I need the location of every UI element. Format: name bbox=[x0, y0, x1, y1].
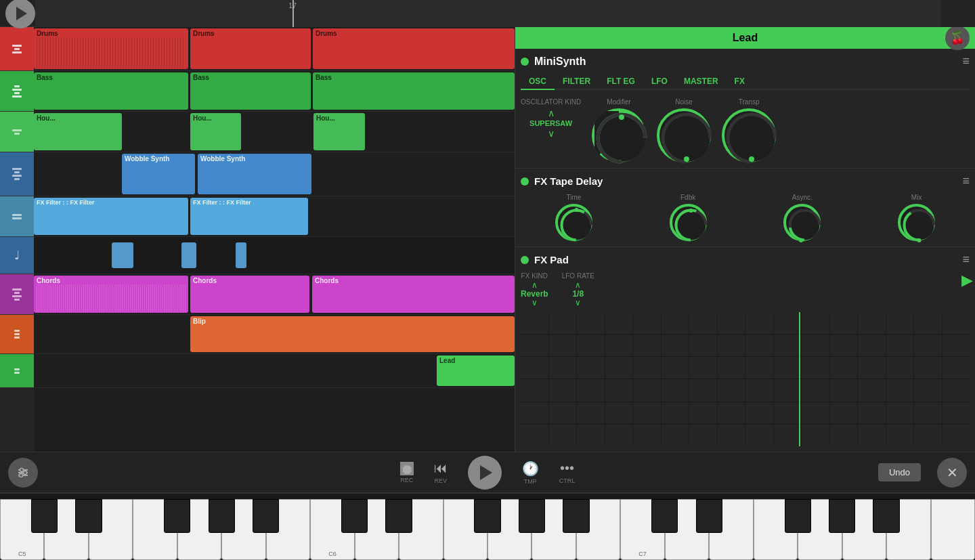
fx-pad-cell-3-10[interactable] bbox=[802, 379, 829, 401]
track-control-bass[interactable] bbox=[0, 71, 34, 112]
fdbk-knob[interactable]: 55 bbox=[670, 204, 707, 241]
lfo-rate-chevron-up[interactable]: ∧ bbox=[575, 281, 581, 289]
fx-pad-cell-2-8[interactable] bbox=[745, 357, 773, 379]
fx-pad-cell-0-10[interactable] bbox=[802, 312, 829, 334]
ctrl-button[interactable]: ••• CTRL bbox=[559, 460, 576, 484]
transp-knob[interactable]: 0 bbox=[722, 108, 776, 163]
tab-master[interactable]: MASTER bbox=[676, 74, 727, 90]
track-row-fx[interactable]: FX Filter : : FX Filter FX Filter : : FX… bbox=[34, 196, 515, 237]
fx-pad-cell-2-3[interactable] bbox=[605, 357, 633, 379]
fx-pad-cell-2-6[interactable] bbox=[689, 357, 717, 379]
fx-pad-cell-0-2[interactable] bbox=[577, 312, 605, 334]
fx-pad-cell-4-11[interactable] bbox=[830, 402, 858, 424]
black-key[interactable] bbox=[385, 499, 412, 533]
tab-flt-eg[interactable]: FLT EG bbox=[599, 74, 643, 90]
fx-pad-cell-1-13[interactable] bbox=[886, 335, 914, 356]
fx-pad-cell-5-8[interactable] bbox=[745, 425, 773, 446]
fx-pad-cell-5-1[interactable] bbox=[549, 425, 577, 446]
track-row-lead[interactable]: Lead bbox=[34, 354, 515, 388]
fx-pad-cell-2-5[interactable] bbox=[662, 357, 689, 379]
track-block-midi-1[interactable] bbox=[112, 242, 133, 268]
fx-pad-cell-3-15[interactable] bbox=[942, 379, 970, 401]
fx-pad-cell-4-4[interactable] bbox=[633, 402, 661, 424]
fx-pad-cell-4-13[interactable] bbox=[886, 402, 914, 424]
track-block-lead-1[interactable]: Lead bbox=[437, 356, 515, 386]
track-block-chords-1[interactable]: Chords bbox=[34, 276, 188, 313]
track-block-wobble-2[interactable]: Wobble Synth bbox=[198, 154, 311, 194]
track-control-chords[interactable] bbox=[0, 274, 34, 315]
track-block-fx-1[interactable]: FX Filter : : FX Filter bbox=[34, 198, 188, 235]
fx-pad-cell-4-9[interactable] bbox=[774, 402, 802, 424]
fx-pad-cell-4-14[interactable] bbox=[914, 402, 942, 424]
track-row-blip[interactable]: Blip bbox=[34, 315, 515, 354]
track-row-drums[interactable]: Drums Drums Drums bbox=[34, 27, 515, 71]
fx-pad-cell-4-1[interactable] bbox=[549, 402, 577, 424]
white-key[interactable] bbox=[931, 499, 975, 560]
fx-pad-cell-0-9[interactable] bbox=[774, 312, 802, 334]
fx-pad-menu-icon[interactable]: ≡ bbox=[962, 253, 970, 267]
fx-pad-cell-3-12[interactable] bbox=[858, 379, 886, 401]
fx-pad-cell-1-11[interactable] bbox=[830, 335, 858, 356]
fx-pad-cell-5-0[interactable] bbox=[521, 425, 548, 446]
fx-pad-cell-5-13[interactable] bbox=[886, 425, 914, 446]
fx-pad-cell-2-1[interactable] bbox=[549, 357, 577, 379]
fx-pad-cell-1-4[interactable] bbox=[633, 335, 661, 356]
fx-pad-cell-0-14[interactable] bbox=[914, 312, 942, 334]
fx-pad-cell-3-5[interactable] bbox=[662, 379, 689, 401]
track-block-bass-3[interactable]: Bass bbox=[313, 72, 515, 110]
fx-pad-cell-2-9[interactable] bbox=[774, 357, 802, 379]
tab-filter[interactable]: FILTER bbox=[555, 74, 599, 90]
tab-lfo[interactable]: LFO bbox=[643, 74, 676, 90]
fx-pad-indicator[interactable] bbox=[521, 256, 529, 264]
track-block-midi-3[interactable] bbox=[236, 242, 246, 268]
fx-pad-cell-2-11[interactable] bbox=[830, 357, 858, 379]
track-row-wobble[interactable]: Wobble Synth Wobble Synth bbox=[34, 152, 515, 196]
tab-fx[interactable]: FX bbox=[727, 74, 753, 90]
fx-pad-cell-2-7[interactable] bbox=[718, 357, 745, 379]
fx-pad-cell-1-1[interactable] bbox=[549, 335, 577, 356]
fx-pad-cell-2-12[interactable] bbox=[858, 357, 886, 379]
tmp-button[interactable]: 🕐 TMP bbox=[522, 460, 539, 485]
fx-pad-cell-3-2[interactable] bbox=[577, 379, 605, 401]
fx-pad-cell-2-15[interactable] bbox=[942, 357, 970, 379]
fx-pad-cell-1-6[interactable] bbox=[689, 335, 717, 356]
black-key[interactable] bbox=[785, 499, 811, 533]
fx-pad-cell-0-8[interactable] bbox=[745, 312, 773, 334]
track-block-chords-2[interactable]: Chords bbox=[190, 276, 309, 313]
fx-pad-cell-0-4[interactable] bbox=[633, 312, 661, 334]
fx-pad-grid[interactable]: // Generate grid cells const grid = docu… bbox=[521, 312, 970, 446]
fx-pad-cell-5-6[interactable] bbox=[689, 425, 717, 446]
synth-menu-icon[interactable]: ≡ bbox=[962, 54, 970, 68]
track-block-house-3[interactable]: Hou... bbox=[313, 113, 365, 150]
fx-pad-cell-0-3[interactable] bbox=[605, 312, 633, 334]
fx-pad-cell-0-5[interactable] bbox=[662, 312, 689, 334]
track-row-house[interactable]: Hou... Hou... Hou... bbox=[34, 112, 515, 152]
black-key[interactable] bbox=[696, 499, 722, 533]
track-block-blip-1[interactable]: Blip bbox=[190, 316, 515, 352]
modifier-knob[interactable]: 65 bbox=[592, 108, 646, 163]
fx-pad-cell-0-15[interactable] bbox=[942, 312, 970, 334]
track-block-bass-1[interactable]: Bass bbox=[34, 72, 188, 110]
fx-pad-cell-0-0[interactable] bbox=[521, 312, 548, 334]
fx-pad-cell-1-10[interactable] bbox=[802, 335, 829, 356]
undo-button[interactable]: Undo bbox=[878, 463, 921, 481]
fx-pad-cell-3-1[interactable] bbox=[549, 379, 577, 401]
track-row-chords[interactable]: Chords Chords Chords bbox=[34, 274, 515, 315]
track-control-house[interactable] bbox=[0, 112, 34, 152]
fx-pad-cell-1-0[interactable] bbox=[521, 335, 548, 356]
black-key[interactable] bbox=[651, 499, 678, 533]
track-block-drums-2[interactable]: Drums bbox=[190, 28, 311, 69]
black-key[interactable] bbox=[829, 499, 855, 533]
fx-pad-cell-4-10[interactable] bbox=[802, 402, 829, 424]
fx-pad-cell-2-10[interactable] bbox=[802, 357, 829, 379]
fx-pad-cell-5-3[interactable] bbox=[605, 425, 633, 446]
black-key[interactable] bbox=[519, 499, 545, 533]
play-button-bottom[interactable] bbox=[468, 456, 502, 490]
fx-kind-chevron-up[interactable]: ∧ bbox=[532, 281, 538, 289]
track-block-wobble-1[interactable]: Wobble Synth bbox=[122, 154, 195, 194]
track-block-fx-2[interactable]: FX Filter : : FX Filter bbox=[190, 198, 308, 235]
black-key[interactable] bbox=[31, 499, 58, 533]
time-knob[interactable]: 60 bbox=[555, 204, 592, 241]
fx-pad-cell-1-14[interactable] bbox=[914, 335, 942, 356]
black-key[interactable] bbox=[474, 499, 500, 533]
